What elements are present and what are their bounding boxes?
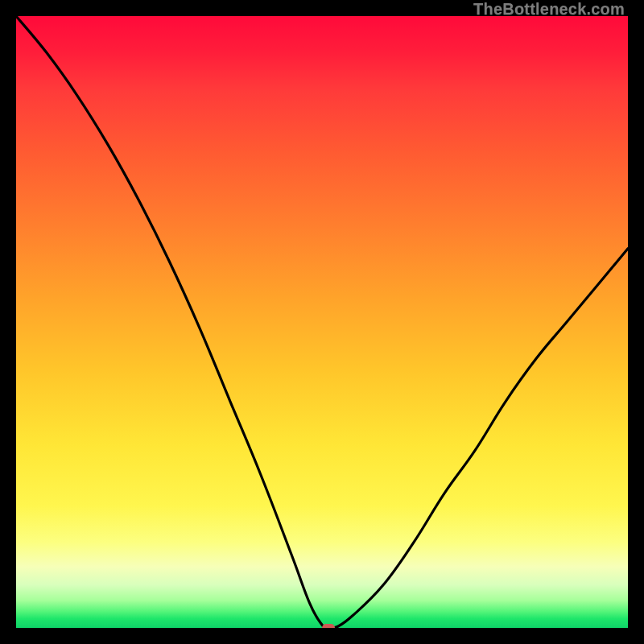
attribution-label: TheBottleneck.com: [473, 0, 625, 19]
chart-frame: TheBottleneck.com: [0, 0, 644, 644]
minimum-marker: [322, 624, 335, 628]
bottleneck-curve: [16, 16, 628, 628]
plot-area: [16, 16, 628, 628]
